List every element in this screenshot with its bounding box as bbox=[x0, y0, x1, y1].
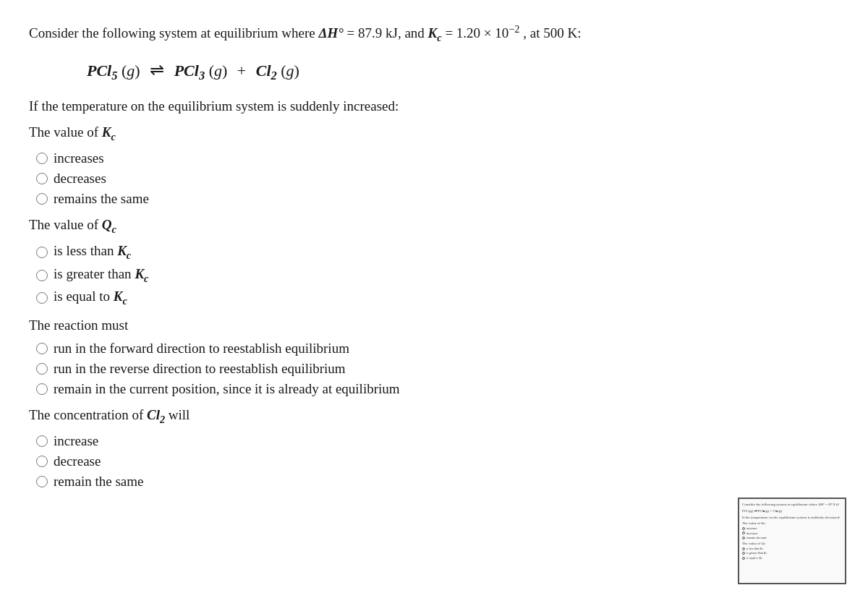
conc-radio-group: increase decrease remain the same bbox=[36, 433, 839, 490]
reaction-question-label: The reaction must bbox=[29, 317, 839, 333]
product2-sub: 2 bbox=[271, 69, 277, 82]
kc-question-label: The value of Kc bbox=[29, 124, 839, 143]
rxn-current-option[interactable]: remain in the current position, since it… bbox=[36, 381, 839, 397]
kc-radio-group: increases decreases remains the same bbox=[36, 150, 839, 207]
kc-decreases-option[interactable]: decreases bbox=[36, 171, 839, 187]
product1: PCl bbox=[174, 61, 199, 80]
conc-increase-radio[interactable] bbox=[36, 435, 48, 447]
reactant: PCl bbox=[87, 61, 111, 80]
conc-increase-option[interactable]: increase bbox=[36, 433, 839, 449]
qc-greater-label: is greater than Kc bbox=[54, 266, 148, 285]
rxn-forward-radio[interactable] bbox=[36, 343, 48, 354]
conc-remain-option[interactable]: remain the same bbox=[36, 474, 839, 490]
kc-decreases-radio[interactable] bbox=[36, 173, 48, 184]
rxn-reverse-option[interactable]: run in the reverse direction to reestabl… bbox=[36, 361, 839, 377]
problem-header: Consider the following system at equilib… bbox=[29, 22, 839, 46]
qc-greater-radio[interactable] bbox=[36, 270, 48, 281]
kc-remains-radio[interactable] bbox=[36, 193, 48, 205]
chemical-equation: PCl5 (g) ⇌ PCl3 (g) + Cl2 (g) bbox=[87, 56, 839, 86]
conc-decrease-option[interactable]: decrease bbox=[36, 453, 839, 469]
product2-phase: (g) bbox=[277, 61, 299, 80]
qc-equal-radio[interactable] bbox=[36, 292, 48, 304]
thumb-temp-note: If the temperature on the equilibrium sy… bbox=[742, 515, 842, 517]
equilibrium-arrow: ⇌ bbox=[150, 60, 164, 80]
rxn-forward-option[interactable]: run in the forward direction to reestabl… bbox=[36, 341, 839, 357]
plus-sign: + bbox=[237, 61, 246, 80]
thumb-title: Consider the following system at equilib… bbox=[742, 502, 842, 507]
conc-remain-radio[interactable] bbox=[36, 476, 48, 487]
product1-sub: 3 bbox=[199, 69, 205, 82]
qc-less-label: is less than Kc bbox=[54, 243, 131, 262]
reactant-phase: (g) bbox=[117, 61, 140, 80]
qc-greater-option[interactable]: is greater than Kc bbox=[36, 266, 839, 285]
at-temp: , at 500 K: bbox=[523, 25, 581, 40]
exponent: −2 bbox=[509, 23, 519, 35]
qc-equal-label: is equal to Kc bbox=[54, 289, 127, 307]
kc-remains-label: remains the same bbox=[54, 191, 149, 207]
intro-text: Consider the following system at equilib… bbox=[29, 25, 319, 40]
qc-less-option[interactable]: is less than Kc bbox=[36, 243, 839, 262]
kc-increases-radio[interactable] bbox=[36, 153, 48, 164]
product1-phase: (g) bbox=[205, 61, 227, 80]
thumb-equation: PCl₅(g) ⇌ PCl₃(g) + Cl₂(g) bbox=[742, 508, 842, 513]
kc-increases-option[interactable]: increases bbox=[36, 150, 839, 166]
rxn-current-radio[interactable] bbox=[36, 383, 48, 395]
product2: Cl bbox=[256, 61, 271, 80]
qc-equal-option[interactable]: is equal to Kc bbox=[36, 289, 839, 307]
conc-increase-label: increase bbox=[54, 433, 98, 449]
conc-decrease-label: decrease bbox=[54, 453, 101, 469]
rxn-reverse-label: run in the reverse direction to reestabl… bbox=[54, 361, 346, 377]
rxn-reverse-radio[interactable] bbox=[36, 363, 48, 375]
kc-header-symbol: Kc bbox=[428, 25, 442, 40]
delta-h-symbol: ΔH° bbox=[319, 25, 344, 40]
qc-question-label: The value of Qc bbox=[29, 217, 839, 236]
qc-less-radio[interactable] bbox=[36, 247, 48, 258]
equals-sign-1: = 87.9 kJ, and bbox=[347, 25, 428, 40]
kc-remains-option[interactable]: remains the same bbox=[36, 191, 839, 207]
reaction-radio-group: run in the forward direction to reestabl… bbox=[36, 341, 839, 397]
conc-remain-label: remain the same bbox=[54, 474, 144, 490]
temperature-intro: If the temperature on the equilibrium sy… bbox=[29, 98, 839, 114]
equals-sign-2: = 1.20 × 10 bbox=[445, 25, 509, 40]
kc-decreases-label: decreases bbox=[54, 171, 106, 187]
qc-radio-group: is less than Kc is greater than Kc is eq… bbox=[36, 243, 839, 307]
conc-question-label: The concentration of Cl2 will bbox=[29, 407, 839, 426]
rxn-current-label: remain in the current position, since it… bbox=[54, 381, 400, 397]
kc-increases-label: increases bbox=[54, 150, 104, 166]
thumbnail-preview: Consider the following system at equilib… bbox=[738, 498, 846, 517]
conc-decrease-radio[interactable] bbox=[36, 456, 48, 467]
rxn-forward-label: run in the forward direction to reestabl… bbox=[54, 341, 349, 357]
